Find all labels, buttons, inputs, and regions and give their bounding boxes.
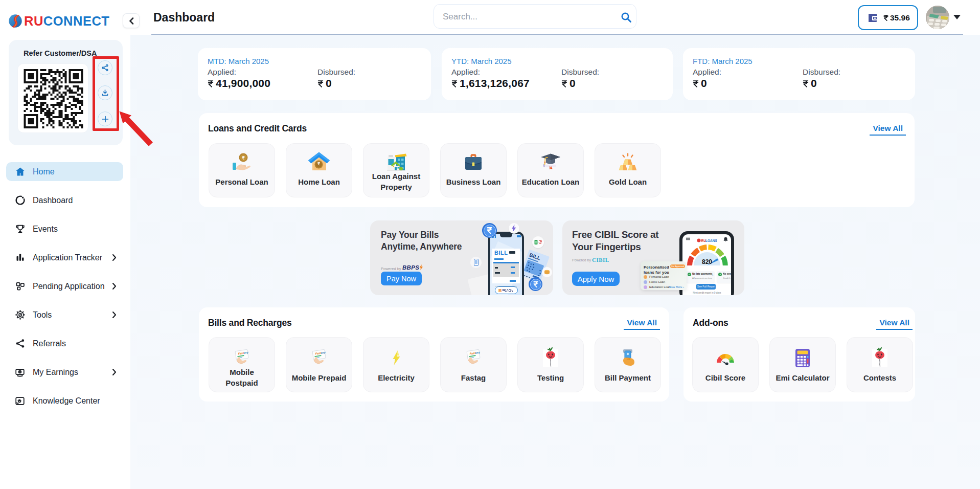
- svg-text:LOANS: LOANS: [705, 239, 717, 242]
- svg-text:820: 820: [702, 258, 712, 265]
